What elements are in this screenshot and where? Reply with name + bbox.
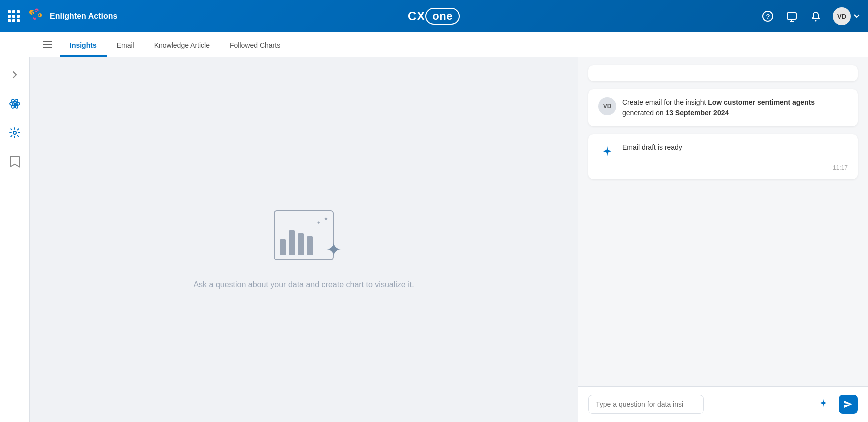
topbar-left: Enlighten Actions (8, 6, 118, 26)
svg-rect-10 (788, 13, 796, 19)
user-avatar[interactable]: VD (833, 7, 851, 25)
chat-text-suffix: generated on (622, 109, 666, 117)
empty-state: ✦ ✦ ✦ Ask a question about your data and… (194, 190, 414, 289)
sidebar-expand-icon[interactable] (6, 65, 24, 84)
user-menu[interactable]: VD (833, 7, 860, 25)
right-panel: VD Create email for the insight Low cust… (578, 57, 868, 422)
chat-input-area (578, 386, 868, 422)
input-sparkle-icon (819, 399, 828, 410)
settings-icon[interactable] (6, 123, 24, 142)
chart-bar-1 (280, 239, 286, 255)
chat-text-bold: Low customer sentiment agents (708, 98, 815, 106)
notification-bell-icon[interactable] (809, 9, 823, 23)
svg-text:?: ? (766, 13, 770, 20)
content-area: ✦ ✦ ✦ Ask a question about your data and… (30, 57, 578, 422)
cx-text: CX (408, 9, 426, 23)
chat-timestamp: 11:17 (598, 164, 848, 171)
chat-user-text: Create email for the insight Low custome… (622, 97, 848, 118)
bookmark-icon[interactable] (6, 152, 24, 171)
brand-logo: Enlighten Actions (26, 6, 118, 26)
brand-name: Enlighten Actions (50, 12, 118, 21)
tab-followed-charts[interactable]: Followed Charts (220, 35, 290, 57)
chat-card-previous (588, 65, 858, 81)
chat-text-date: 13 September 2024 (666, 109, 729, 117)
help-icon[interactable]: ? (761, 9, 775, 23)
chevron-down-icon (854, 14, 860, 18)
sparkle-tiny-icon: ✦ (317, 220, 321, 225)
chart-bar-2 (289, 230, 295, 255)
chat-user-avatar: VD (598, 97, 616, 115)
one-badge: one (426, 8, 460, 25)
chat-user-row: VD Create email for the insight Low cust… (598, 97, 848, 118)
topbar-right: ? VD (761, 7, 860, 25)
sparkle-large-icon: ✦ (326, 240, 342, 259)
chart-frame: ✦ ✦ (274, 210, 334, 260)
tab-insights[interactable]: Insights (60, 35, 107, 57)
chat-area: VD Create email for the insight Low cust… (578, 57, 868, 378)
tab-knowledge-article[interactable]: Knowledge Article (144, 35, 220, 57)
cxone-logo: CX one (408, 8, 460, 25)
ai-row: Email draft is ready (598, 142, 848, 160)
screen-icon[interactable] (785, 9, 799, 23)
chat-message-user: VD Create email for the insight Low cust… (588, 89, 858, 126)
topbar-center: CX one (408, 8, 460, 25)
empty-illustration: ✦ ✦ ✦ (264, 190, 344, 270)
atom-icon[interactable] (6, 94, 24, 113)
chart-bar-4 (307, 236, 313, 255)
chat-divider (578, 382, 868, 382)
enlighten-icon (26, 6, 46, 26)
hamburger-menu[interactable] (35, 34, 60, 57)
chart-bar-3 (298, 233, 304, 255)
tab-email[interactable]: Email (107, 35, 144, 57)
ai-sparkle-icon (598, 142, 616, 160)
input-wrapper (588, 395, 834, 414)
chat-input[interactable] (588, 395, 704, 414)
main-layout: ✦ ✦ ✦ Ask a question about your data and… (0, 57, 868, 422)
sidebar (0, 57, 30, 422)
send-button[interactable] (839, 395, 858, 414)
svg-point-21 (14, 131, 16, 134)
svg-point-13 (816, 20, 817, 22)
empty-state-text: Ask a question about your data and creat… (194, 280, 414, 289)
sparkle-small-icon: ✦ (324, 215, 329, 223)
ai-response-text: Email draft is ready (622, 142, 682, 153)
grid-menu-icon[interactable] (8, 10, 20, 22)
chat-text-prefix: Create email for the insight (622, 98, 708, 106)
svg-point-17 (14, 103, 16, 105)
tabbar: Insights Email Knowledge Article Followe… (0, 32, 868, 57)
topbar: Enlighten Actions CX one ? (0, 0, 868, 32)
chat-message-ai: Email draft is ready 11:17 (588, 134, 858, 179)
